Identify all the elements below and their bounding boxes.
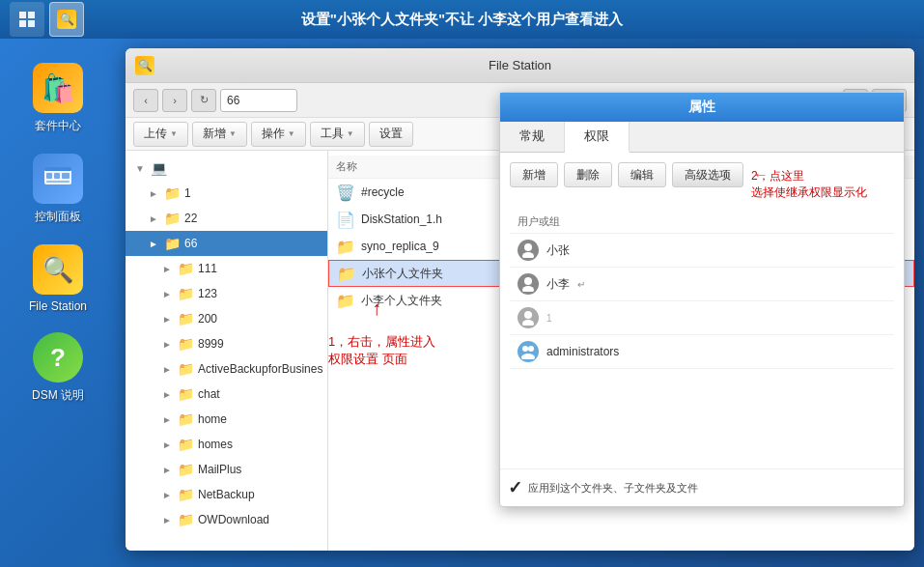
props-title: 属性	[688, 99, 715, 114]
action-dropdown-arrow: ▼	[288, 129, 295, 138]
taskbar-app-filestation[interactable]: 🔍	[49, 2, 84, 37]
tree-icon-1: 📁	[164, 185, 181, 201]
tree-item-netbackup[interactable]: ► 📁 NetBackup	[126, 482, 327, 507]
admin1-avatar	[518, 307, 539, 328]
recycle-icon: 🗑️	[336, 184, 355, 202]
tree-arrow-root: ▼	[135, 163, 147, 174]
back-button[interactable]: ‹	[133, 89, 158, 112]
props-footer: ✓ 应用到这个文件夹、子文件夹及文件	[500, 468, 904, 506]
action-button[interactable]: 操作 ▼	[251, 122, 306, 147]
user-row-admin1[interactable]: 1	[510, 301, 894, 335]
tree-item-owdownload[interactable]: ► 📁 OWDownload	[126, 507, 327, 532]
tree-icon-activeback: 📁	[178, 361, 194, 377]
tree-arrow-netbackup: ►	[162, 490, 174, 500]
package-center-label: 套件中心	[35, 118, 81, 134]
svg-rect-7	[54, 173, 60, 179]
tree-label-netbackup: NetBackup	[198, 488, 255, 501]
tree-icon-home: 📁	[178, 411, 194, 427]
upload-dropdown-arrow: ▼	[170, 129, 178, 138]
props-footer-text: 应用到这个文件夹、子文件夹及文件	[528, 481, 698, 496]
svg-point-11	[522, 252, 534, 258]
tree-item-1[interactable]: ► 📁 1	[126, 181, 327, 206]
tree-item-homes[interactable]: ► 📁 homes	[126, 432, 327, 457]
svg-rect-0	[19, 12, 26, 18]
xiaoli-folder-name: 小李个人文件夹	[361, 293, 442, 309]
upload-button[interactable]: 上传 ▼	[133, 122, 188, 147]
control-panel-label: 控制面板	[35, 209, 81, 225]
desktop-icon-package-center[interactable]: 🛍️ 套件中心	[14, 58, 101, 139]
recycle-name: #recycle	[361, 185, 405, 199]
tree-arrow-owdownload: ►	[162, 515, 174, 525]
user-row-xiaozhang[interactable]: 小张	[510, 234, 894, 268]
user-row-xiaoli[interactable]: 小李 ↵	[510, 268, 894, 301]
desktop-icon-dsm-help[interactable]: ? DSM 说明	[14, 327, 101, 409]
desktop-icon-file-station[interactable]: 🔍 File Station	[14, 240, 101, 318]
tab-general[interactable]: 常规	[500, 122, 565, 152]
tab-permissions[interactable]: 权限	[565, 122, 630, 153]
desktop: 🛍️ 套件中心 控制面板 🔍 File Station	[0, 39, 924, 567]
svg-rect-9	[46, 181, 70, 183]
tree-item-123[interactable]: ► 📁 123	[126, 281, 327, 306]
svg-point-10	[524, 243, 532, 251]
svg-point-15	[522, 320, 534, 326]
tree-panel[interactable]: ▼ 💻 ► 📁 1 ► 📁 22 ►	[126, 151, 328, 551]
tree-item-22[interactable]: ► 📁 22	[126, 206, 327, 231]
tree-item-111[interactable]: ► 📁 111	[126, 256, 327, 281]
tree-arrow-66: ►	[149, 239, 160, 249]
taskbar-apps: 🔍	[10, 2, 84, 37]
props-advanced-button[interactable]: 高级选项	[672, 162, 743, 187]
tree-item-root[interactable]: ▼ 💻	[126, 156, 327, 181]
user-row-administrators[interactable]: administrators	[510, 335, 894, 369]
tools-button[interactable]: 工具 ▼	[310, 122, 365, 147]
tree-arrow-home: ►	[162, 414, 174, 425]
settings-button[interactable]: 设置	[369, 122, 413, 147]
tree-arrow-8999: ►	[162, 339, 174, 350]
tree-arrow-200: ►	[162, 314, 174, 325]
props-delete-button[interactable]: 删除	[564, 162, 612, 187]
taskbar: 🔍 设置"小张个人文件夹"不让 小李这个用户查看进入	[0, 0, 924, 39]
xiazhang-folder-name: 小张个人文件夹	[362, 266, 443, 282]
tree-arrow-111: ►	[162, 264, 174, 274]
tree-icon-homes: 📁	[178, 437, 194, 452]
tree-item-activeback[interactable]: ► 📁 ActiveBackupforBusines	[126, 356, 327, 382]
props-header: 属性	[500, 93, 904, 122]
tree-icon-netbackup: 📁	[178, 487, 194, 502]
tree-item-chat[interactable]: ► 📁 chat	[126, 382, 327, 407]
svg-point-13	[522, 286, 534, 292]
file-station-icon: 🔍	[33, 244, 83, 295]
taskbar-app-grid[interactable]	[10, 2, 44, 37]
tree-icon-200: 📁	[178, 311, 194, 326]
props-body: 新增 删除 编辑 高级选项 ← 2，点这里 选择使继承权限显示化 用户或组	[500, 153, 904, 468]
svg-point-14	[524, 311, 532, 319]
new-button[interactable]: 新增 ▼	[192, 122, 247, 147]
dsm-help-icon: ?	[33, 332, 83, 383]
props-edit-button[interactable]: 编辑	[618, 162, 666, 187]
tree-label-chat: chat	[198, 387, 220, 401]
taskbar-title: 设置"小张个人文件夹"不让 小李这个用户查看进入	[301, 11, 623, 29]
tools-label: 工具	[321, 126, 344, 142]
tree-item-66[interactable]: ► 📁 66	[126, 231, 327, 256]
tree-label-200: 200	[198, 312, 217, 326]
tree-item-8999[interactable]: ► 📁 8999	[126, 331, 327, 356]
tree-label-111: 111	[198, 262, 217, 275]
refresh-button[interactable]: ↻	[191, 89, 216, 112]
tree-item-mailplus[interactable]: ► 📁 MailPlus	[126, 457, 327, 482]
props-add-button[interactable]: 新增	[510, 162, 558, 187]
tools-dropdown-arrow: ▼	[347, 129, 354, 138]
forward-button[interactable]: ›	[162, 89, 187, 112]
tree-label-66: 66	[184, 237, 197, 250]
tree-arrow-chat: ►	[162, 389, 174, 400]
tree-icon-8999: 📁	[178, 336, 194, 352]
svg-point-17	[528, 346, 534, 352]
desktop-icon-control-panel[interactable]: 控制面板	[14, 149, 101, 230]
tree-arrow-123: ►	[162, 289, 174, 299]
tree-item-home[interactable]: ► 📁 home	[126, 407, 327, 432]
action-label: 操作	[262, 126, 285, 142]
properties-panel: 属性 常规 权限 新增 删除 编辑 高级选项 ← 2，点这	[499, 92, 905, 507]
address-bar[interactable]	[220, 89, 297, 112]
tree-icon-owdownload: 📁	[178, 512, 194, 527]
control-panel-icon	[33, 154, 83, 204]
diskstation-name: DiskStation_1.h	[361, 213, 442, 226]
annotation-step2: 2，点这里 选择使继承权限显示化	[751, 168, 894, 201]
tree-item-200[interactable]: ► 📁 200	[126, 306, 327, 331]
